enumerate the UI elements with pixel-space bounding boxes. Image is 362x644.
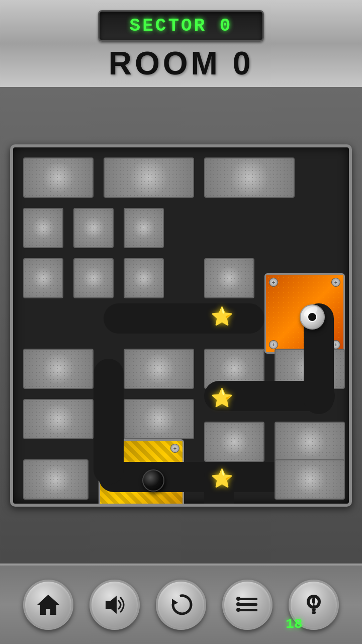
svg-rect-11	[312, 611, 316, 614]
wall-r4-2	[124, 349, 194, 389]
game-area: ⭐ ⭐ ⭐	[0, 87, 362, 564]
wall-r4-1	[23, 349, 94, 389]
sector-badge: SECTOR 0	[98, 10, 264, 42]
star-3: ⭐	[211, 467, 233, 490]
svg-rect-10	[312, 609, 316, 611]
hint-count: 18	[286, 616, 303, 632]
track-h3	[99, 462, 295, 492]
wall-r2-left2	[73, 208, 114, 248]
sector-label: SECTOR 0	[130, 16, 233, 36]
svg-rect-3	[237, 598, 257, 600]
hint-icon	[301, 592, 327, 618]
wall-r2-left	[23, 208, 63, 248]
header: SECTOR 0 ROOM 0	[0, 0, 362, 87]
svg-point-7	[236, 602, 240, 606]
restart-button[interactable]	[156, 580, 206, 630]
black-ball	[142, 469, 164, 492]
svg-rect-13	[312, 598, 315, 604]
menu-icon	[234, 592, 260, 618]
sound-button[interactable]	[89, 580, 140, 630]
restart-icon	[168, 592, 194, 618]
sound-icon	[102, 592, 128, 618]
star-1: ⭐	[211, 305, 233, 328]
svg-point-14	[313, 604, 315, 606]
wall-top-right-pre	[204, 157, 295, 198]
svg-marker-1	[106, 596, 117, 614]
svg-point-8	[236, 608, 240, 612]
wall-top-mid	[104, 157, 194, 198]
svg-point-6	[236, 597, 240, 601]
room-label: ROOM 0	[109, 45, 253, 82]
main-ball	[300, 304, 325, 330]
game-board[interactable]: ⭐ ⭐ ⭐	[10, 144, 352, 507]
svg-marker-0	[37, 595, 59, 615]
wall-r3-3	[124, 258, 164, 298]
wall-r3-4	[204, 258, 254, 298]
wall-r5-4	[275, 422, 345, 462]
svg-rect-5	[237, 609, 257, 611]
home-icon	[35, 592, 61, 618]
hint-button[interactable]: 18	[289, 580, 339, 630]
wall-top-left	[23, 157, 94, 198]
track-v2	[94, 359, 124, 485]
wall-r2-mid	[124, 208, 164, 248]
wall-r6-1	[23, 459, 88, 500]
toolbar: 18	[0, 564, 362, 644]
wall-r6-3	[275, 459, 345, 500]
wall-r5-2	[124, 399, 194, 439]
track-h1	[104, 303, 264, 334]
menu-button[interactable]	[222, 580, 273, 630]
svg-rect-4	[237, 603, 257, 606]
home-button[interactable]	[23, 580, 73, 630]
wall-r5-3	[204, 422, 264, 462]
wall-r3-2	[73, 258, 114, 298]
wall-r5-1	[23, 399, 94, 439]
star-2: ⭐	[211, 387, 233, 409]
svg-marker-2	[172, 599, 178, 606]
wall-r3-1	[23, 258, 63, 298]
